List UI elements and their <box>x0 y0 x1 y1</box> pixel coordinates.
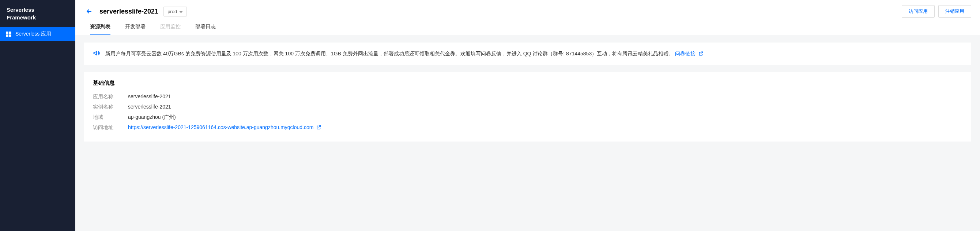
label-region: 地域 <box>93 114 128 120</box>
sidebar-item-label: Serverless 应用 <box>15 31 51 37</box>
value-instance-name: serverlesslife-2021 <box>128 104 171 111</box>
notice-banner: 新用户每月可享受云函数 40万GBs 的免费资源使用量及 100 万次用次数，网… <box>84 43 971 65</box>
env-label: prod <box>167 9 177 14</box>
label-url: 访问地址 <box>93 124 128 131</box>
external-link-icon <box>698 50 703 55</box>
basic-info-title: 基础信息 <box>93 80 963 87</box>
visit-app-button[interactable]: 访问应用 <box>902 5 935 18</box>
header-actions: 访问应用 注销应用 <box>902 5 971 18</box>
header: serverlesslife-2021 prod 访问应用 注销应用 资源列表 … <box>75 0 980 35</box>
notice-text: 新用户每月可享受云函数 40万GBs 的免费资源使用量及 100 万次用次数，网… <box>105 49 703 58</box>
svg-rect-0 <box>6 32 8 34</box>
access-url-link[interactable]: https://serverlesslife-2021-1259061164.c… <box>128 124 313 130</box>
main-content: serverlesslife-2021 prod 访问应用 注销应用 资源列表 … <box>75 0 980 231</box>
notice-body: 新用户每月可享受云函数 40万GBs 的免费资源使用量及 100 万次用次数，网… <box>105 51 674 56</box>
external-link-icon <box>316 125 321 130</box>
survey-link[interactable]: 问卷链接 <box>675 51 695 56</box>
env-selector[interactable]: prod <box>164 6 187 16</box>
info-row-instance-name: 实例名称 serverlesslife-2021 <box>93 102 963 112</box>
logo-line1: Serverless <box>6 6 69 14</box>
tabs: 资源列表 开发部署 应用监控 部署日志 <box>84 24 971 35</box>
info-row-url: 访问地址 https://serverlesslife-2021-1259061… <box>93 122 963 133</box>
label-app-name: 应用名称 <box>93 93 128 100</box>
sidebar-item-serverless-apps[interactable]: Serverless 应用 <box>0 27 75 41</box>
tab-deploy[interactable]: 开发部署 <box>125 24 146 35</box>
tab-resources[interactable]: 资源列表 <box>90 24 110 35</box>
delete-app-button[interactable]: 注销应用 <box>938 5 971 18</box>
basic-info-card: 基础信息 应用名称 serverlesslife-2021 实例名称 serve… <box>84 72 971 141</box>
info-row-app-name: 应用名称 serverlesslife-2021 <box>93 91 963 102</box>
tab-monitoring: 应用监控 <box>160 24 181 35</box>
sidebar: Serverless Framework Serverless 应用 <box>0 0 75 231</box>
chevron-down-icon <box>179 9 183 14</box>
label-instance-name: 实例名称 <box>93 104 128 111</box>
svg-rect-2 <box>6 34 8 37</box>
tab-logs[interactable]: 部署日志 <box>195 24 216 35</box>
value-region: ap-guangzhou (广州) <box>128 114 176 120</box>
svg-rect-1 <box>9 32 11 34</box>
value-url[interactable]: https://serverlesslife-2021-1259061164.c… <box>128 124 321 131</box>
logo-line2: Framework <box>6 14 69 21</box>
app-title: serverlesslife-2021 <box>99 8 158 15</box>
content-area: 新用户每月可享受云函数 40万GBs 的免费资源使用量及 100 万次用次数，网… <box>75 35 980 149</box>
announcement-icon <box>93 50 100 57</box>
value-app-name: serverlesslife-2021 <box>128 93 171 100</box>
info-row-region: 地域 ap-guangzhou (广州) <box>93 112 963 122</box>
apps-icon <box>6 31 12 37</box>
logo: Serverless Framework <box>0 0 75 27</box>
back-button[interactable] <box>84 6 94 16</box>
svg-rect-3 <box>9 34 11 37</box>
